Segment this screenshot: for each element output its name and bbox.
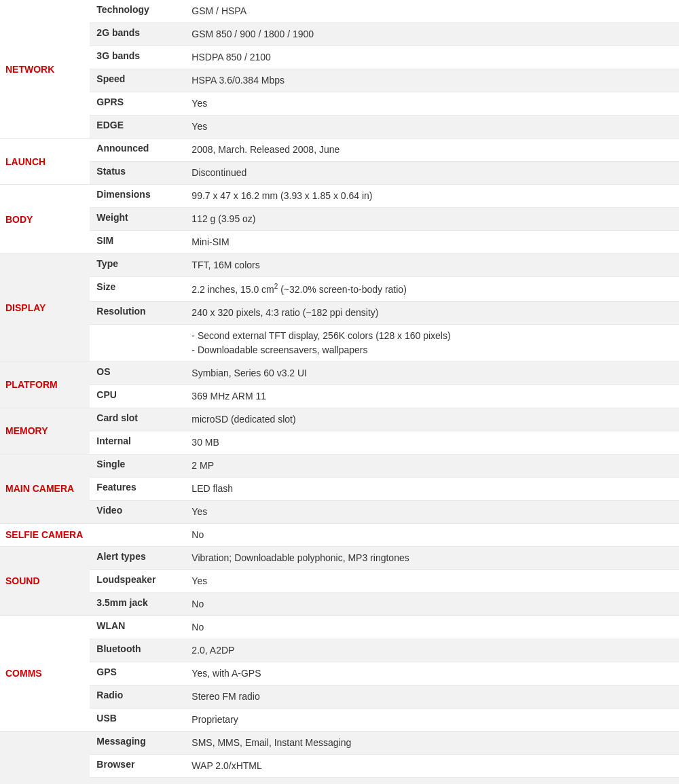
value-cell: 99.7 x 47 x 16.2 mm (3.93 x 1.85 x 0.64 …	[185, 185, 679, 208]
subcategory-cell: 3G bands	[90, 46, 185, 69]
table-row: 3G bandsHSDPA 850 / 2100	[0, 46, 679, 69]
subcategory-cell: WLAN	[90, 616, 185, 639]
value-cell: 30 MB	[185, 431, 679, 454]
subcategory-cell: Loudspeaker	[90, 569, 185, 592]
category-cell: FEATURES	[0, 731, 90, 784]
table-row: VideoYes	[0, 500, 679, 523]
subcategory-cell	[90, 777, 185, 784]
value-cell: 2.0, A2DP	[185, 639, 679, 662]
table-row: NETWORKTechnologyGSM / HSPA	[0, 0, 679, 23]
value-cell: HSPA 3.6/0.384 Mbps	[185, 69, 679, 92]
table-row: Resolution240 x 320 pixels, 4:3 ratio (~…	[0, 301, 679, 324]
table-row: FeaturesLED flash	[0, 477, 679, 500]
subcategory-cell: Messaging	[90, 731, 185, 754]
subcategory-cell: Features	[90, 477, 185, 500]
subcategory-cell: Weight	[90, 208, 185, 231]
subcategory-cell: Video	[90, 500, 185, 523]
value-cell: Proprietary	[185, 708, 679, 731]
subcategory-cell: Internal	[90, 431, 185, 454]
value-cell: Discontinued	[185, 162, 679, 185]
subcategory-cell	[90, 324, 185, 361]
category-cell: DISPLAY	[0, 254, 90, 362]
subcategory-cell: CPU	[90, 385, 185, 408]
value-cell: microSD (dedicated slot)	[185, 408, 679, 431]
table-row: - WMV/RV/MP4/3GP player- MP3/WMA/WAV/RA/…	[0, 777, 679, 784]
specs-table: NETWORKTechnologyGSM / HSPA2G bandsGSM 8…	[0, 0, 679, 784]
table-row: GPRSYes	[0, 92, 679, 115]
category-cell: SELFIE CAMERA	[0, 523, 90, 546]
table-row: LAUNCHAnnounced2008, March. Released 200…	[0, 139, 679, 162]
table-row: 3.5mm jackNo	[0, 592, 679, 616]
category-cell: LAUNCH	[0, 139, 90, 185]
table-row: Bluetooth2.0, A2DP	[0, 639, 679, 662]
table-row: Size2.2 inches, 15.0 cm2 (~32.0% screen-…	[0, 277, 679, 302]
value-cell: WAP 2.0/xHTML	[185, 754, 679, 777]
category-cell: COMMS	[0, 616, 90, 731]
value-cell: 2 MP	[185, 454, 679, 477]
table-row: LoudspeakerYes	[0, 569, 679, 592]
subcategory-cell: Card slot	[90, 408, 185, 431]
category-cell: BODY	[0, 185, 90, 254]
subcategory-cell: 3.5mm jack	[90, 592, 185, 616]
value-cell: Mini-SIM	[185, 231, 679, 254]
subcategory-cell: Speed	[90, 69, 185, 92]
subcategory-cell: Alert types	[90, 546, 185, 569]
value-cell: Yes	[185, 115, 679, 139]
table-row: SIMMini-SIM	[0, 231, 679, 254]
value-cell: No	[185, 523, 679, 546]
table-row: MEMORYCard slotmicroSD (dedicated slot)	[0, 408, 679, 431]
subcategory-cell: SIM	[90, 231, 185, 254]
value-cell: Symbian, Series 60 v3.2 UI	[185, 361, 679, 385]
category-cell: MEMORY	[0, 408, 90, 454]
table-row: StatusDiscontinued	[0, 162, 679, 185]
subcategory-cell: Browser	[90, 754, 185, 777]
value-cell: No	[185, 616, 679, 639]
subcategory-cell: USB	[90, 708, 185, 731]
value-cell: 369 MHz ARM 11	[185, 385, 679, 408]
table-row: SOUNDAlert typesVibration; Downloadable …	[0, 546, 679, 569]
table-row: RadioStereo FM radio	[0, 685, 679, 708]
table-row: FEATURESMessagingSMS, MMS, Email, Instan…	[0, 731, 679, 754]
subcategory-cell: Dimensions	[90, 185, 185, 208]
subcategory-cell: Resolution	[90, 301, 185, 324]
value-cell: TFT, 16M colors	[185, 254, 679, 277]
value-cell: Yes, with A-GPS	[185, 662, 679, 685]
value-cell: No	[185, 592, 679, 616]
category-cell: SOUND	[0, 546, 90, 616]
category-cell: NETWORK	[0, 0, 90, 139]
value-cell: Yes	[185, 92, 679, 115]
subcategory-cell: Technology	[90, 0, 185, 23]
table-row: PLATFORMOSSymbian, Series 60 v3.2 UI	[0, 361, 679, 385]
category-cell: PLATFORM	[0, 361, 90, 408]
value-cell: Stereo FM radio	[185, 685, 679, 708]
value-cell: 240 x 320 pixels, 4:3 ratio (~182 ppi de…	[185, 301, 679, 324]
table-row: USBProprietary	[0, 708, 679, 731]
subcategory-cell: Type	[90, 254, 185, 277]
table-row: MAIN CAMERASingle2 MP	[0, 454, 679, 477]
table-row: DISPLAYTypeTFT, 16M colors	[0, 254, 679, 277]
table-row: CPU369 MHz ARM 11	[0, 385, 679, 408]
subcategory-cell: Size	[90, 277, 185, 302]
table-row: SpeedHSPA 3.6/0.384 Mbps	[0, 69, 679, 92]
value-cell: 2008, March. Released 2008, June	[185, 139, 679, 162]
table-row: - Second external TFT display, 256K colo…	[0, 324, 679, 361]
subcategory-cell: EDGE	[90, 115, 185, 139]
subcategory-cell: Announced	[90, 139, 185, 162]
value-cell: SMS, MMS, Email, Instant Messaging	[185, 731, 679, 754]
table-row: Weight112 g (3.95 oz)	[0, 208, 679, 231]
value-cell: - WMV/RV/MP4/3GP player- MP3/WMA/WAV/RA/…	[185, 777, 679, 784]
subcategory-cell	[90, 523, 185, 546]
table-row: SELFIE CAMERANo	[0, 523, 679, 546]
table-row: COMMSWLANNo	[0, 616, 679, 639]
value-cell: - Second external TFT display, 256K colo…	[185, 324, 679, 361]
table-row: 2G bandsGSM 850 / 900 / 1800 / 1900	[0, 23, 679, 46]
value-cell: Yes	[185, 500, 679, 523]
value-cell: GSM / HSPA	[185, 0, 679, 23]
subcategory-cell: Single	[90, 454, 185, 477]
subcategory-cell: 2G bands	[90, 23, 185, 46]
subcategory-cell: OS	[90, 361, 185, 385]
value-cell: HSDPA 850 / 2100	[185, 46, 679, 69]
subcategory-cell: GPS	[90, 662, 185, 685]
table-row: BrowserWAP 2.0/xHTML	[0, 754, 679, 777]
table-row: Internal30 MB	[0, 431, 679, 454]
